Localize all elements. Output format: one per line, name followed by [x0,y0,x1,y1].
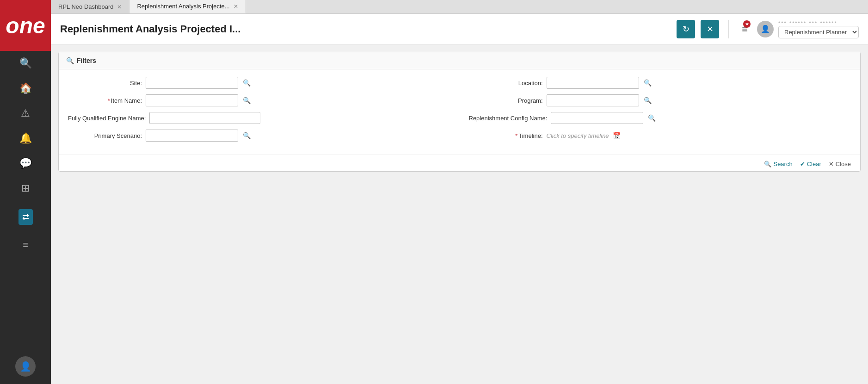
clear-action-icon: ✔ [800,161,805,167]
program-search-icon: 🔍 [644,97,652,104]
avatar-image: 👤 [761,25,770,33]
replenishment-config-label: Replenishment Config Name: [469,115,548,122]
role-select[interactable]: Replenishment Planner [778,26,859,38]
sidebar-item-layers[interactable]: ⊞ [0,176,51,201]
menu-badge: ★ [743,20,751,28]
tab-dashboard-label: RPL Neo Dashboard [58,3,113,10]
app-logo[interactable]: one [0,0,51,51]
filters-body: Site: 🔍 Location: 🔍 [59,69,860,151]
item-name-label: *Item Name: [68,97,142,104]
transfer-icon: ⇄ [18,209,33,225]
search-icon: 🔍 [19,57,32,69]
hamburger-icon: ≡ [23,240,28,250]
main-content: RPL Neo Dashboard ✕ Replenishment Analys… [51,0,868,384]
site-input[interactable] [146,77,238,89]
timeline-label: *Timeline: [469,132,543,139]
sidebar-item-transfer[interactable]: ⇄ [0,201,51,233]
filter-search-icon: 🔍 [66,57,74,64]
avatar-icon: 👤 [20,361,31,372]
tab-replenishment-close[interactable]: ✕ [234,3,238,10]
program-label: Program: [469,97,543,104]
primary-scenario-label: Primary Scenario: [68,132,142,139]
page-title: Replenishment Analysis Projected I... [60,23,671,35]
bell-icon: 🔔 [19,132,32,144]
username-display: ••• •••••• ••• •••••• Replenishment Plan… [778,19,859,38]
engine-filter-row: Fully Qualified Engine Name: [68,112,450,124]
close-action-icon: ✕ [829,161,834,167]
clear-button[interactable]: ✔ Clear [800,161,821,167]
close-button[interactable]: ✕ Close [829,161,851,167]
sidebar-item-menu[interactable]: ≡ [0,233,51,257]
user-avatar: 👤 [757,21,774,37]
sidebar-item-chat[interactable]: 💬 [0,151,51,176]
page-header: Replenishment Analysis Projected I... ↻ … [51,14,868,44]
page-content: 🔍 Filters Site: 🔍 Location: [51,44,868,384]
filter-grid: Site: 🔍 Location: 🔍 [68,77,851,142]
program-filter-row: Program: 🔍 [469,94,851,106]
filters-panel: 🔍 Filters Site: 🔍 Location: [58,52,861,172]
alert-icon: ⚠ [21,107,30,119]
sidebar-item-home[interactable]: 🏠 [0,76,51,101]
replenishment-config-search-icon: 🔍 [648,114,656,122]
tab-bar: RPL Neo Dashboard ✕ Replenishment Analys… [51,0,868,14]
location-search-button[interactable]: 🔍 [643,78,653,87]
item-name-input[interactable] [146,94,238,106]
tab-dashboard-close[interactable]: ✕ [117,4,122,10]
cancel-button[interactable]: ✕ [701,20,719,38]
site-filter-row: Site: 🔍 [68,77,450,89]
timeline-filter-row: *Timeline: Click to specify timeline 📅 [469,130,851,142]
chat-icon: 💬 [19,157,32,169]
program-input[interactable] [547,94,639,106]
user-area: 👤 ••• •••••• ••• •••••• Replenishment Pl… [757,19,859,38]
location-search-icon: 🔍 [644,79,652,87]
filters-header: 🔍 Filters [59,52,860,69]
primary-scenario-input[interactable] [146,130,238,142]
replenishment-config-search-button[interactable]: 🔍 [647,113,657,123]
sidebar-item-search[interactable]: 🔍 [0,51,51,76]
sidebar-item-alert[interactable]: ⚠ [0,101,51,126]
tab-replenishment[interactable]: Replenishment Analysis Projecte... ✕ [129,0,246,13]
program-search-button[interactable]: 🔍 [643,96,653,105]
item-name-filter-row: *Item Name: 🔍 [68,94,450,106]
filters-title: Filters [77,57,96,64]
sidebar: one 🔍 🏠 ⚠ 🔔 💬 ⊞ ⇄ ≡ 👤 [0,0,51,384]
cancel-icon: ✕ [707,24,714,34]
layers-icon: ⊞ [21,182,30,194]
header-menu-button[interactable]: ≡ ★ [738,21,751,37]
location-input[interactable] [547,77,639,89]
item-name-search-icon: 🔍 [243,97,251,104]
primary-scenario-filter-row: Primary Scenario: 🔍 [68,130,450,142]
refresh-button[interactable]: ↻ [677,20,695,38]
engine-label: Fully Qualified Engine Name: [68,115,146,122]
filter-actions: 🔍 Search ✔ Clear ✕ Close [59,155,860,171]
username-text: ••• •••••• ••• •••••• [778,19,852,26]
location-label: Location: [469,80,543,87]
timeline-placeholder[interactable]: Click to specify timeline [547,132,609,139]
primary-scenario-search-button[interactable]: 🔍 [242,131,252,140]
location-filter-row: Location: 🔍 [469,77,851,89]
primary-scenario-search-icon: 🔍 [243,132,251,139]
calendar-icon[interactable]: 📅 [613,132,621,139]
sidebar-item-bell[interactable]: 🔔 [0,126,51,151]
site-search-icon: 🔍 [243,79,251,87]
refresh-icon: ↻ [683,24,689,34]
replenishment-config-input[interactable] [551,112,643,124]
site-search-button[interactable]: 🔍 [242,78,252,87]
home-icon: 🏠 [19,82,32,94]
tab-dashboard[interactable]: RPL Neo Dashboard ✕ [51,0,129,13]
engine-input[interactable] [149,112,260,124]
search-action-icon: 🔍 [764,161,771,167]
search-button[interactable]: 🔍 Search [764,161,792,167]
site-label: Site: [68,80,142,87]
header-divider [728,20,729,38]
tab-replenishment-label: Replenishment Analysis Projecte... [137,3,229,10]
replenishment-config-filter-row: Replenishment Config Name: 🔍 [469,112,851,124]
sidebar-avatar[interactable]: 👤 [15,356,36,377]
item-name-search-button[interactable]: 🔍 [242,96,252,105]
